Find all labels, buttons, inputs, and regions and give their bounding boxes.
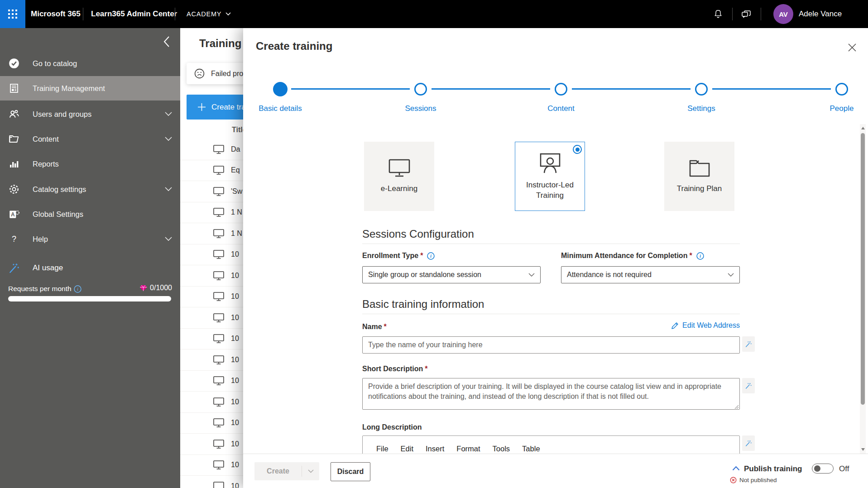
monitor-icon: [213, 418, 225, 428]
chevron-left-icon: [163, 36, 170, 48]
field-label-text: Name: [362, 323, 382, 331]
row-title: 10: [231, 377, 239, 385]
step-connector: [712, 88, 831, 90]
sessions-configuration-heading: Sessions Configuration: [362, 228, 474, 240]
edit-web-address-link[interactable]: Edit Web Address: [671, 321, 740, 330]
modal-title: Create training: [256, 40, 332, 53]
user-name[interactable]: Adele Vance: [799, 0, 842, 28]
not-published-icon: [730, 477, 737, 483]
create-split-dropdown[interactable]: [302, 462, 319, 480]
monitor-icon: [388, 158, 411, 177]
section-divider: [362, 314, 740, 314]
field-label-text: Long Description: [362, 423, 422, 431]
ai-assist-long-desc-button[interactable]: [742, 435, 755, 451]
editor-menu-edit[interactable]: Edit: [401, 445, 413, 453]
topbar-divider: [761, 8, 761, 20]
close-button[interactable]: [846, 42, 858, 53]
row-title: Eq: [231, 166, 240, 174]
feedback-button[interactable]: [737, 5, 755, 23]
row-title: 10: [231, 419, 239, 427]
row-title: 1 N: [231, 230, 242, 238]
monitor-icon: [213, 165, 225, 175]
diamond-icon: [139, 285, 147, 292]
discard-button[interactable]: Discard: [331, 462, 370, 481]
required-asterisk: *: [420, 252, 423, 260]
step-circle-sessions[interactable]: [414, 83, 427, 96]
info-icon[interactable]: i: [74, 285, 82, 293]
editor-menu-table[interactable]: Table: [522, 445, 540, 453]
step-circle-settings[interactable]: [695, 83, 708, 96]
scrollbar-down-arrow[interactable]: [861, 448, 865, 451]
info-icon[interactable]: i: [696, 252, 704, 260]
publish-toggle-state: Off: [839, 464, 849, 474]
min-attendance-select[interactable]: Attendance is not required: [561, 266, 740, 283]
step-label-basic-details[interactable]: Basic details: [230, 104, 330, 113]
editor-menu-insert[interactable]: Insert: [426, 445, 444, 453]
field-label-text: Enrollment Type: [362, 252, 418, 260]
sidebar-item-label: Catalog settings: [33, 185, 86, 194]
type-card-label: Training Plan: [671, 184, 728, 194]
type-card-instructor-led[interactable]: Instructor-Led Training: [515, 142, 585, 211]
toast-text: Failed pro: [211, 70, 243, 78]
sidebar-item-catalog-settings[interactable]: Catalog settings: [0, 177, 180, 201]
type-card-label: Instructor-Led Training: [522, 180, 579, 200]
step-label-settings[interactable]: Settings: [652, 104, 751, 113]
scrollbar-up-arrow[interactable]: [861, 127, 865, 129]
help-icon: ?: [8, 233, 20, 245]
sidebar-item-ai-usage[interactable]: AI usage: [0, 261, 180, 275]
training-name-input[interactable]: [362, 336, 740, 354]
editor-menu-file[interactable]: File: [376, 445, 388, 453]
publish-toggle[interactable]: [812, 464, 834, 474]
ai-usage-progress-bar: [8, 296, 171, 301]
modal-scrollbar[interactable]: [860, 124, 866, 454]
chevron-down-icon: [165, 112, 172, 116]
monitor-icon: [213, 439, 225, 449]
info-icon[interactable]: i: [427, 252, 435, 260]
scrollbar-thumb[interactable]: [861, 133, 865, 405]
type-card-training-plan[interactable]: Training Plan: [664, 142, 734, 211]
step-circle-content[interactable]: [555, 83, 567, 96]
type-card-elearning[interactable]: e-Learning: [364, 142, 434, 211]
editor-menu-format[interactable]: Format: [456, 445, 480, 453]
notifications-button[interactable]: [709, 5, 727, 23]
brand-link[interactable]: Microsoft 365: [31, 0, 81, 28]
sidebar-collapse-button[interactable]: [159, 34, 174, 49]
tenant-dropdown[interactable]: ACADEMY: [187, 0, 231, 28]
editor-menu-tools[interactable]: Tools: [493, 445, 510, 453]
basic-information-heading: Basic training information: [362, 298, 484, 311]
enrollment-type-select[interactable]: Single group or standalone session: [362, 266, 541, 283]
sidebar-item-go-to-catalog[interactable]: Go to catalog: [0, 51, 180, 76]
app-title-link[interactable]: Learn365 Admin Center: [91, 0, 177, 28]
ai-assist-short-desc-button[interactable]: [742, 378, 755, 393]
sad-face-icon: [194, 68, 205, 79]
sidebar-item-help[interactable]: ? Help: [0, 227, 180, 251]
required-asterisk: *: [689, 252, 692, 260]
collapse-publish-panel-button[interactable]: [732, 466, 740, 471]
sidebar-item-content[interactable]: Content: [0, 127, 180, 151]
name-label: Name *: [362, 323, 387, 331]
ai-assist-name-button[interactable]: [742, 336, 755, 352]
step-circle-people[interactable]: [835, 83, 848, 96]
svg-text:i: i: [77, 287, 78, 292]
field-label-text: Minimum Attendance for Completion: [561, 252, 687, 260]
step-circle-basic-details[interactable]: [273, 82, 288, 96]
sidebar-item-global-settings[interactable]: A Global Settings: [0, 202, 180, 226]
sidebar-item-training-management[interactable]: Training Management: [0, 76, 180, 100]
sidebar-item-users-and-groups[interactable]: Users and groups: [0, 102, 180, 126]
monitor-icon: [213, 460, 225, 470]
sidebar-item-label: Go to catalog: [33, 59, 77, 68]
step-label-sessions[interactable]: Sessions: [371, 104, 470, 113]
sidebar-item-reports[interactable]: Reports: [0, 152, 180, 176]
short-description-textarea[interactable]: [362, 378, 740, 410]
folder-icon: [8, 133, 20, 145]
step-label-people[interactable]: People: [792, 104, 868, 113]
create-button[interactable]: Create: [254, 462, 319, 480]
sidebar-item-label: Users and groups: [33, 110, 91, 119]
topbar-divider: [732, 8, 733, 20]
app-launcher-button[interactable]: [0, 0, 25, 28]
row-title: Da: [231, 145, 240, 153]
avatar[interactable]: AV: [773, 4, 793, 24]
chevron-up-icon: [732, 466, 740, 471]
step-label-content[interactable]: Content: [511, 104, 611, 113]
step-connector: [432, 88, 550, 90]
